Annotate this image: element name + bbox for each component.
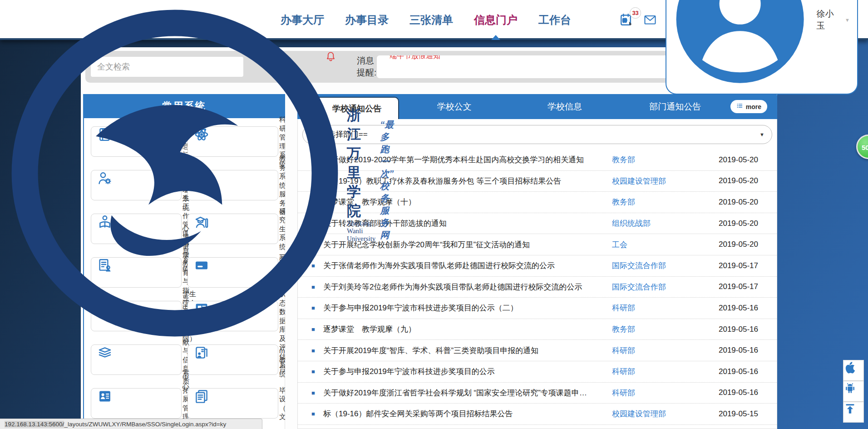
system-tile[interactable]: moodle教学平台 <box>187 344 278 375</box>
square-bullet-icon: ■ <box>311 389 323 396</box>
nav-item-label: 工作台 <box>538 13 571 27</box>
nav-item-label: 信息门户 <box>474 13 518 27</box>
square-bullet-icon: ■ <box>311 410 323 417</box>
announcement-date: 2019-05-20 <box>719 155 764 165</box>
system-tile-label: moodle教学平台 <box>279 346 285 373</box>
announcement-row: ■ 关于开展2019年度“智库、学术、科普”三类资助项目申报的通知 科研部 20… <box>298 340 777 361</box>
announcement-title-link[interactable]: 关于参与申报2019年宁波市科技进步奖项目的公示（二） <box>323 303 595 313</box>
announcement-dept-link[interactable]: 工会 <box>595 239 719 250</box>
browser-status-bar: 192.168.13.143:5600/ _layouts/ZWUWLXY/RM… <box>0 419 262 429</box>
more-button[interactable]: more <box>730 100 767 113</box>
university-logo[interactable]: 浙江万里学院 Zhejiang Wanli University “最多跑一次”… <box>6 5 343 344</box>
announcement-row: ■ 关于刘美玲等2位老师作为海外实践项目带队老师赴德国进行校际交流的公示 国际交… <box>298 277 777 298</box>
announcement-dept-link[interactable]: 组织统战部 <box>595 218 719 229</box>
announcement-dept-link[interactable]: 教务部 <box>595 197 719 207</box>
board-tab[interactable]: 部门通知公告 <box>620 94 730 119</box>
header-right-tools: 待 33 徐小玉 ▼ <box>619 0 858 40</box>
university-name-cn: 浙江万里学院 <box>347 106 375 220</box>
status-url-path: _layouts/ZWUWLXY/RMBase/SSO/SingleLogin.… <box>64 421 226 428</box>
board-tab-label: 部门通知公告 <box>649 101 701 113</box>
announcement-title-link[interactable]: 关于刘美玲等2位老师作为海外实践项目带队老师赴德国进行校际交流的公示 <box>323 282 595 292</box>
announcement-dept-link[interactable]: 科研部 <box>595 303 719 313</box>
announcement-date: 2019-05-16 <box>719 325 764 334</box>
announcement-date: 2019-05-17 <box>719 261 764 270</box>
announcement-row: ■ 关于张倩老师作为海外实践项目带队老师赴德国进行校际交流的公示 国际交流合作部… <box>298 255 777 277</box>
todo-button[interactable]: 待 33 <box>619 12 635 28</box>
todo-count-badge: 33 <box>630 7 641 19</box>
message-alert-label: 消息提醒: <box>357 55 377 79</box>
announcement-dept-link[interactable]: 校园建设管理部 <box>595 409 719 419</box>
announcement-date: 2019-05-20 <box>719 198 764 207</box>
nav-item-label: 办事目录 <box>345 13 389 27</box>
nav-item[interactable]: 三张清单 <box>409 0 453 40</box>
user-menu[interactable]: 徐小玉 ▼ <box>666 0 858 95</box>
announcement-date: 2019-05-16 <box>719 388 764 397</box>
system-tile[interactable]: 毕业设计（论文） <box>187 388 278 419</box>
announcement-dept-link[interactable]: 科研部 <box>595 388 719 398</box>
system-tile[interactable]: 素质拓展管理系统 <box>91 388 182 419</box>
board-tab-label: 学校公文 <box>437 101 472 113</box>
site-slogan: “最多跑一次”校务服务网 <box>380 119 394 241</box>
announcement-date: 2019-05-20 <box>719 219 764 228</box>
announcement-title-link[interactable]: 关于参与申报2019年宁波市科技进步奖项目的公示 <box>323 366 595 377</box>
board-tab-label: 学校信息 <box>547 101 582 113</box>
announcement-date: 2019-05-15 <box>719 409 764 419</box>
board-tab[interactable]: 学校公文 <box>399 94 509 119</box>
square-bullet-icon: ■ <box>311 347 323 354</box>
thesis-icon <box>194 389 274 418</box>
user-name: 徐小玉 <box>816 8 837 32</box>
more-button-label: more <box>746 103 761 110</box>
announcement-title-link[interactable]: 标（19-16）邮件安全网关采购等两个项目招标结果公告 <box>323 409 595 419</box>
system-tile-label: 毕业设计（论文） <box>279 386 285 421</box>
announcement-dept-link[interactable]: 国际交流合作部 <box>595 260 719 271</box>
square-bullet-icon: ■ <box>311 368 323 375</box>
announcement-row: ■ 逐梦课堂 教学观摩（九） 教务部 2019-05-16 <box>298 319 777 340</box>
announcement-row: ■ 标（19-16）邮件安全网关采购等两个项目招标结果公告 校园建设管理部 20… <box>298 404 777 425</box>
photo-person-icon <box>194 345 274 374</box>
android-app-button[interactable] <box>843 381 864 402</box>
announcement-dept-link[interactable]: 教务部 <box>595 324 719 334</box>
select-caret-icon: ▼ <box>760 125 764 144</box>
university-emblem-icon <box>6 5 343 344</box>
announcement-title-link[interactable]: 关于做好2019年度浙江省哲学社会科学规划 “国家安全理论研究”专项课题申报工.… <box>323 388 595 398</box>
nav-item[interactable]: 办事目录 <box>345 0 389 40</box>
android-icon <box>843 381 863 401</box>
board-tab[interactable]: 学校信息 <box>509 94 620 119</box>
ios-app-button[interactable] <box>843 360 864 381</box>
nav-item[interactable]: 信息门户 <box>474 0 518 40</box>
announcement-date: 2019-05-16 <box>719 367 764 376</box>
svg-text:待: 待 <box>622 18 627 23</box>
announcement-date: 2019-05-17 <box>719 282 764 291</box>
announcement-title-link[interactable]: 关于开展2019年度“智库、学术、科普”三类资助项目申报的通知 <box>323 345 595 356</box>
nav-item[interactable]: 工作台 <box>538 0 571 40</box>
status-url-prefix: 192.168.13.143:5600/ <box>5 421 64 428</box>
apple-icon <box>843 360 863 380</box>
announcement-row: ■ 关于参与申报2019年宁波市科技进步奖项目的公示（二） 科研部 2019-0… <box>298 298 777 319</box>
announcement-date: 2019-05-20 <box>719 240 764 249</box>
avatar-icon <box>669 0 811 92</box>
announcement-row: ■ 关于做好2019年度浙江省哲学社会科学规划 “国家安全理论研究”专项课题申报… <box>298 383 777 404</box>
mail-button[interactable] <box>642 13 658 27</box>
envelope-icon <box>642 13 658 27</box>
announcement-date: 2019-05-16 <box>719 346 764 355</box>
announcement-title-link[interactable]: 关于张倩老师作为海外实践项目带队老师赴德国进行校际交流的公示 <box>323 260 595 271</box>
nav-item-label: 三张清单 <box>409 13 453 27</box>
chevron-down-icon: ▼ <box>845 17 850 23</box>
message-marquee-text: 端午节放假通知 <box>390 55 440 61</box>
announcement-date: 2019-05-20 <box>719 176 764 185</box>
announcement-dept-link[interactable]: 科研部 <box>595 345 719 356</box>
back-to-top-button[interactable] <box>843 402 864 423</box>
books-icon <box>97 345 178 374</box>
announcement-dept-link[interactable]: 国际交流合作部 <box>595 282 719 292</box>
system-tile[interactable]: 文献与信息中心 <box>91 344 182 375</box>
nav-item[interactable]: 办事大厅 <box>281 0 324 40</box>
nav-item-label: 办事大厅 <box>281 13 324 27</box>
university-name-en: Zhejiang Wanli University <box>347 219 375 243</box>
announcement-row: ■ 关于参与申报2019年宁波市科技进步奖项目的公示 科研部 2019-05-1… <box>298 361 777 383</box>
list-icon <box>736 102 743 111</box>
announcement-title-link[interactable]: 逐梦课堂 教学观摩（九） <box>323 324 595 334</box>
announcement-dept-link[interactable]: 教务部 <box>595 155 719 165</box>
announcement-dept-link[interactable]: 校园建设管理部 <box>595 176 719 186</box>
announcement-dept-link[interactable]: 科研部 <box>595 366 719 377</box>
qq-service-badge: 50 <box>862 144 868 151</box>
